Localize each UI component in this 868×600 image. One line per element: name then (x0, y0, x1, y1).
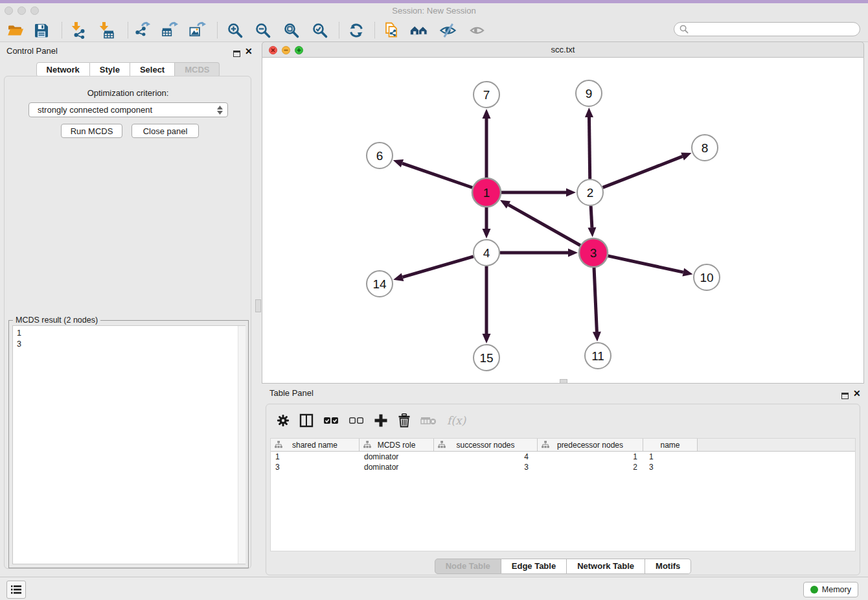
svg-text:9: 9 (586, 87, 593, 100)
edge-3-1[interactable] (508, 205, 580, 246)
toolbar-separator (374, 22, 375, 38)
hide-selected-icon[interactable] (439, 21, 457, 39)
column-header-label: shared name (292, 441, 337, 450)
tab-mcds[interactable]: MCDS (175, 62, 220, 77)
save-session-icon[interactable] (32, 21, 50, 39)
graph-node-4[interactable]: 4 (474, 240, 499, 266)
control-panel-float-icon[interactable] (233, 48, 240, 60)
task-history-button[interactable] (6, 581, 26, 599)
graph-node-3[interactable]: 3 (579, 238, 608, 267)
edge-1-6[interactable] (402, 163, 472, 187)
toolbar-separator (339, 22, 339, 38)
unselect-all-columns-icon[interactable] (348, 416, 364, 425)
refresh-view-icon[interactable] (347, 21, 365, 39)
tab-network-table[interactable]: Network Table (567, 559, 645, 574)
tab-edge-table[interactable]: Edge Table (501, 559, 567, 574)
table-rows: 1dominator4113dominator323 (271, 452, 855, 472)
svg-text:15: 15 (479, 351, 493, 365)
edge-3-11[interactable] (594, 268, 597, 332)
table-panel-close-icon[interactable]: ✕ (853, 389, 861, 397)
window-minimize-button[interactable] (17, 6, 26, 15)
first-neighbors-icon[interactable] (410, 21, 428, 39)
network-zoom-button[interactable] (295, 46, 303, 54)
tab-network[interactable]: Network (36, 62, 90, 77)
column-header-predecessor-nodes[interactable]: predecessor nodes (538, 439, 643, 451)
control-panel-tabs: NetworkStyleSelectMCDS (0, 62, 256, 77)
mcds-result-scrollbar[interactable] (238, 326, 246, 564)
zoom-fit-icon[interactable] (282, 21, 300, 39)
graph-node-9[interactable]: 9 (576, 80, 602, 106)
clone-network-icon[interactable] (383, 21, 401, 39)
select-all-columns-icon[interactable] (323, 416, 339, 425)
close-panel-button[interactable]: Close panel (131, 124, 199, 138)
import-network-icon[interactable] (70, 21, 87, 39)
table-panel-float-icon[interactable] (841, 390, 849, 402)
window-close-button[interactable] (5, 6, 13, 15)
edge-2-9[interactable] (589, 117, 589, 179)
control-panel-close-icon[interactable]: ✕ (245, 47, 253, 55)
optimization-criterion-label: Optimization criterion: (0, 88, 256, 98)
graph-node-7[interactable]: 7 (474, 82, 499, 108)
vertical-splitter-handle[interactable] (255, 299, 261, 312)
tab-select[interactable]: Select (130, 62, 175, 77)
import-table-icon[interactable] (98, 21, 115, 39)
column-header-successor-nodes[interactable]: successor nodes (434, 439, 538, 451)
column-header-label: MCDS role (378, 441, 416, 450)
tab-node-table[interactable]: Node Table (435, 559, 501, 574)
run-mcds-button[interactable]: Run MCDS (61, 124, 122, 138)
search-input[interactable] (692, 24, 854, 34)
network-graph[interactable]: 1234678910111415 (262, 58, 863, 382)
graph-node-6[interactable]: 6 (367, 143, 393, 168)
table-options-gear-icon[interactable] (277, 414, 290, 427)
column-layout-icon[interactable] (299, 413, 314, 428)
column-header-name[interactable]: name (643, 439, 698, 451)
show-all-icon[interactable] (468, 21, 486, 39)
zoom-in-icon[interactable] (226, 21, 244, 39)
graph-node-11[interactable]: 11 (585, 343, 611, 369)
graph-node-15[interactable]: 15 (474, 345, 499, 371)
delete-row-icon[interactable] (398, 413, 411, 428)
edge-2-8[interactable] (603, 156, 683, 187)
graph-node-10[interactable]: 10 (694, 264, 720, 290)
mcds-result-textarea[interactable]: 1 3 (12, 325, 246, 564)
node-table[interactable]: shared nameMCDS rolesuccessor nodesprede… (270, 438, 856, 551)
column-header-shared-name[interactable]: shared name (271, 439, 360, 451)
criterion-dropdown[interactable]: strongly connected component (29, 102, 228, 117)
column-header-mcds-role[interactable]: MCDS role (360, 439, 434, 451)
memory-button[interactable]: Memory (803, 582, 858, 597)
svg-text:14: 14 (372, 277, 387, 291)
edge-4-14[interactable] (403, 257, 474, 277)
control-panel-title: Control Panel (6, 46, 58, 56)
network-close-button[interactable] (269, 46, 277, 54)
export-network-icon[interactable] (133, 21, 151, 39)
graph-node-1[interactable]: 1 (472, 178, 501, 207)
table-row[interactable]: 1dominator411 (271, 452, 855, 462)
add-row-icon[interactable] (374, 413, 388, 428)
main-toolbar (0, 18, 868, 42)
tab-motifs[interactable]: Motifs (645, 559, 691, 574)
export-table-icon[interactable] (161, 21, 178, 39)
horizontal-splitter-handle[interactable] (560, 379, 567, 384)
export-image-icon[interactable] (188, 21, 206, 39)
edge-2-3[interactable] (591, 206, 592, 227)
graph-node-8[interactable]: 8 (692, 135, 718, 161)
zoom-selected-icon[interactable] (311, 21, 328, 39)
cell-mcds-role: dominator (360, 462, 434, 472)
graph-node-2[interactable]: 2 (577, 179, 603, 205)
svg-text:8: 8 (702, 141, 709, 155)
network-canvas[interactable]: 1234678910111415 (262, 58, 864, 384)
svg-text:2: 2 (587, 186, 594, 200)
graph-node-14[interactable]: 14 (367, 271, 393, 297)
network-minimize-button[interactable] (282, 46, 290, 54)
table-row[interactable]: 3dominator323 (271, 462, 855, 472)
window-zoom-button[interactable] (30, 6, 39, 15)
edge-3-10[interactable] (608, 256, 683, 272)
zoom-out-icon[interactable] (254, 21, 271, 39)
column-header-label: successor nodes (456, 441, 514, 450)
memory-status-icon (810, 586, 818, 594)
search-box[interactable] (674, 22, 860, 36)
network-view-titlebar: scc.txt (262, 41, 864, 58)
cell-predecessor-nodes: 1 (538, 452, 643, 462)
open-session-icon[interactable] (6, 21, 24, 39)
tab-style[interactable]: Style (90, 62, 130, 77)
